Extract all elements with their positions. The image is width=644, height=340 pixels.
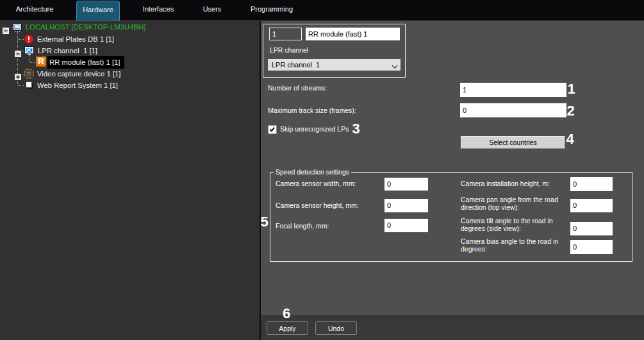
svg-text:R: R — [38, 56, 44, 66]
